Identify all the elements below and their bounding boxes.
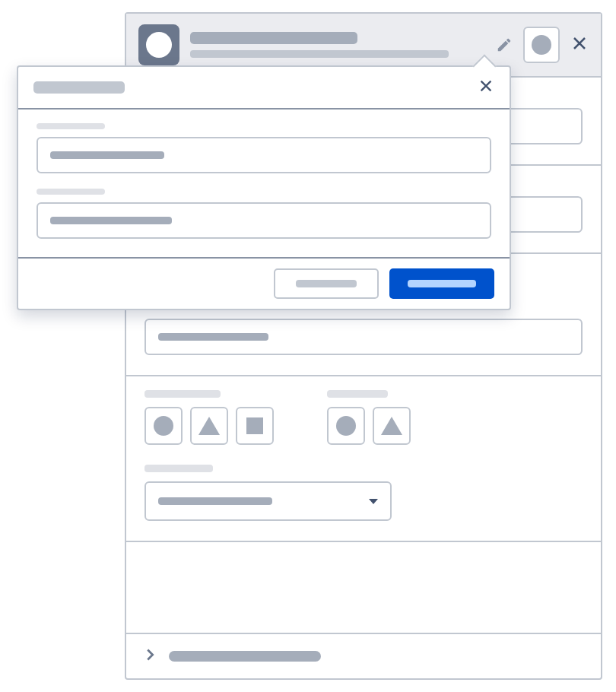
popover-input-1[interactable] bbox=[37, 137, 491, 173]
triangle-icon bbox=[381, 417, 402, 435]
select-dropdown[interactable] bbox=[144, 481, 392, 521]
input-value bbox=[50, 217, 172, 224]
popover-footer bbox=[18, 259, 510, 309]
edit-popover bbox=[17, 65, 511, 310]
shape-group-2 bbox=[327, 390, 411, 445]
shape-option-circle[interactable] bbox=[327, 407, 365, 445]
expand-footer[interactable] bbox=[126, 633, 601, 678]
field-label bbox=[144, 465, 213, 472]
select-value bbox=[158, 497, 272, 505]
footer-label bbox=[169, 651, 321, 662]
close-icon[interactable] bbox=[478, 78, 494, 97]
shape-option-triangle[interactable] bbox=[190, 407, 228, 445]
header-subtitle bbox=[190, 50, 449, 58]
input-value bbox=[50, 151, 164, 159]
text-input-3[interactable] bbox=[144, 319, 583, 355]
field-label bbox=[37, 123, 105, 129]
header-text-group bbox=[190, 32, 485, 58]
popover-header bbox=[18, 67, 510, 110]
square-icon bbox=[246, 417, 263, 434]
section-shapes bbox=[126, 376, 601, 542]
circle-icon bbox=[154, 416, 173, 436]
pencil-icon[interactable] bbox=[496, 37, 513, 53]
button-label bbox=[408, 280, 476, 287]
shape-option-square[interactable] bbox=[236, 407, 274, 445]
circle-icon bbox=[532, 35, 551, 55]
header-title bbox=[190, 32, 357, 44]
field-label bbox=[144, 390, 221, 398]
popover-body bbox=[18, 110, 510, 259]
cancel-button[interactable] bbox=[274, 268, 379, 299]
avatar bbox=[138, 24, 179, 65]
input-value bbox=[158, 333, 268, 341]
submit-button[interactable] bbox=[389, 268, 494, 299]
chevron-down-icon bbox=[369, 499, 378, 504]
header-shape-button[interactable] bbox=[523, 27, 560, 63]
field-label bbox=[37, 189, 105, 195]
popover-input-2[interactable] bbox=[37, 202, 491, 239]
circle-icon bbox=[336, 416, 356, 436]
field-label bbox=[327, 390, 388, 398]
chevron-right-icon bbox=[141, 646, 158, 666]
shape-group-1 bbox=[144, 390, 274, 445]
shape-option-circle[interactable] bbox=[144, 407, 183, 445]
popover-field-1 bbox=[37, 123, 491, 173]
shape-option-triangle[interactable] bbox=[373, 407, 411, 445]
popover-field-2 bbox=[37, 189, 491, 239]
triangle-icon bbox=[198, 417, 220, 435]
close-icon[interactable] bbox=[570, 34, 589, 56]
popover-title bbox=[33, 81, 125, 94]
avatar-inner-circle bbox=[146, 32, 172, 58]
button-label bbox=[296, 280, 357, 287]
